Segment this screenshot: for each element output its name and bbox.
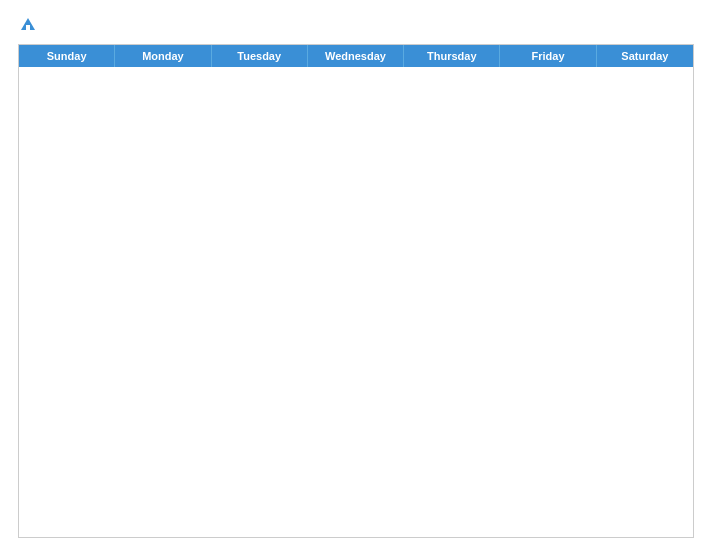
logo-icon: [19, 16, 37, 34]
svg-rect-1: [26, 25, 30, 30]
logo: [18, 16, 37, 34]
day-header-thursday: Thursday: [404, 45, 500, 67]
days-header: SundayMondayTuesdayWednesdayThursdayFrid…: [19, 45, 693, 67]
day-header-tuesday: Tuesday: [212, 45, 308, 67]
calendar-page: SundayMondayTuesdayWednesdayThursdayFrid…: [0, 0, 712, 550]
day-header-friday: Friday: [500, 45, 596, 67]
day-header-saturday: Saturday: [597, 45, 693, 67]
weeks-container: [19, 67, 693, 537]
day-header-monday: Monday: [115, 45, 211, 67]
day-header-wednesday: Wednesday: [308, 45, 404, 67]
page-header: [18, 16, 694, 34]
calendar-grid: SundayMondayTuesdayWednesdayThursdayFrid…: [18, 44, 694, 538]
day-header-sunday: Sunday: [19, 45, 115, 67]
